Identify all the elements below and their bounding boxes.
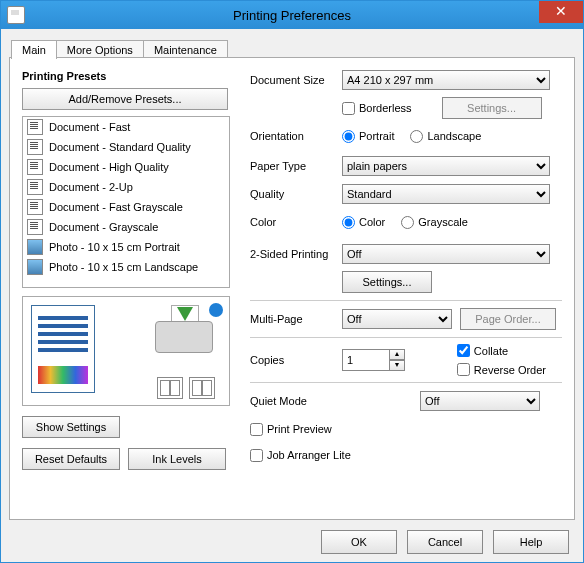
borderless-label: Borderless <box>359 102 412 114</box>
document-icon <box>27 199 43 215</box>
document-icon <box>27 179 43 195</box>
job-arranger-label: Job Arranger Lite <box>267 449 351 461</box>
preset-item[interactable]: Document - Grayscale <box>23 217 229 237</box>
nup-icon <box>189 377 215 399</box>
document-thumbnail-icon <box>31 305 95 393</box>
copies-input[interactable] <box>342 349 390 371</box>
borderless-settings-button: Settings... <box>442 97 542 119</box>
left-column: Printing Presets Add/Remove Presets... D… <box>22 68 236 509</box>
titlebar: Printing Preferences ✕ <box>1 1 583 29</box>
divider <box>250 300 562 301</box>
quality-select[interactable]: Standard <box>342 184 550 204</box>
document-icon <box>27 159 43 175</box>
reset-defaults-button[interactable]: Reset Defaults <box>22 448 120 470</box>
color-label: Color <box>250 216 342 228</box>
document-size-select[interactable]: A4 210 x 297 mm <box>342 70 550 90</box>
preset-label: Photo - 10 x 15 cm Landscape <box>49 261 198 273</box>
orientation-landscape-radio[interactable]: Landscape <box>410 130 481 143</box>
show-settings-button[interactable]: Show Settings <box>22 416 120 438</box>
photo-icon <box>27 239 43 255</box>
divider <box>250 337 562 338</box>
close-button[interactable]: ✕ <box>539 1 583 23</box>
orientation-label: Orientation <box>250 130 342 142</box>
print-preview-checkbox[interactable]: Print Preview <box>250 423 332 436</box>
collate-checkbox[interactable]: Collate <box>457 344 546 357</box>
orientation-portrait-radio[interactable]: Portrait <box>342 130 394 143</box>
preset-label: Document - 2-Up <box>49 181 133 193</box>
preset-list[interactable]: Document - Fast Document - Standard Qual… <box>22 116 230 288</box>
reverse-order-checkbox[interactable]: Reverse Order <box>457 363 546 376</box>
ok-button[interactable]: OK <box>321 530 397 554</box>
preset-label: Photo - 10 x 15 cm Portrait <box>49 241 180 253</box>
quality-label: Quality <box>250 188 342 200</box>
cancel-button[interactable]: Cancel <box>407 530 483 554</box>
preset-label: Document - High Quality <box>49 161 169 173</box>
borderless-checkbox[interactable]: Borderless <box>342 102 412 115</box>
copies-label: Copies <box>250 354 342 366</box>
printer-thumbnail-icon <box>149 305 219 357</box>
page-order-button: Page Order... <box>460 308 556 330</box>
multi-page-select[interactable]: Off <box>342 309 452 329</box>
right-column: Document Size A4 210 x 297 mm Borderless… <box>250 68 562 509</box>
preset-item[interactable]: Photo - 10 x 15 cm Landscape <box>23 257 229 277</box>
document-icon <box>27 139 43 155</box>
paper-type-label: Paper Type <box>250 160 342 172</box>
add-remove-presets-button[interactable]: Add/Remove Presets... <box>22 88 228 110</box>
two-sided-settings-button[interactable]: Settings... <box>342 271 432 293</box>
reverse-order-label: Reverse Order <box>474 364 546 376</box>
color-option-label: Color <box>359 216 385 228</box>
window-title: Printing Preferences <box>1 8 583 23</box>
copies-spin-down[interactable]: ▼ <box>389 360 405 371</box>
photo-icon <box>27 259 43 275</box>
help-button[interactable]: Help <box>493 530 569 554</box>
dialog-footer: OK Cancel Help <box>1 522 583 562</box>
client-area: Main More Options Maintenance Printing P… <box>1 29 583 562</box>
paper-type-select[interactable]: plain papers <box>342 156 550 176</box>
preset-label: Document - Grayscale <box>49 221 158 233</box>
quiet-mode-select[interactable]: Off <box>420 391 540 411</box>
preview-box <box>22 296 230 406</box>
preset-item[interactable]: Document - 2-Up <box>23 177 229 197</box>
grayscale-option-label: Grayscale <box>418 216 468 228</box>
two-sided-select[interactable]: Off <box>342 244 550 264</box>
landscape-label: Landscape <box>427 130 481 142</box>
tab-main[interactable]: Main <box>11 40 57 59</box>
preset-item[interactable]: Document - Standard Quality <box>23 137 229 157</box>
printing-presets-heading: Printing Presets <box>22 70 236 82</box>
preset-label: Document - Standard Quality <box>49 141 191 153</box>
ink-levels-button[interactable]: Ink Levels <box>128 448 226 470</box>
nup-icon <box>157 377 183 399</box>
preset-item[interactable]: Document - High Quality <box>23 157 229 177</box>
copies-spin-up[interactable]: ▲ <box>389 349 405 360</box>
preset-item[interactable]: Document - Fast Grayscale <box>23 197 229 217</box>
portrait-label: Portrait <box>359 130 394 142</box>
tab-panel-main: Printing Presets Add/Remove Presets... D… <box>9 57 575 520</box>
multi-page-label: Multi-Page <box>250 313 342 325</box>
preset-label: Document - Fast Grayscale <box>49 201 183 213</box>
nup-icon-group <box>157 377 215 399</box>
document-icon <box>27 119 43 135</box>
preset-item[interactable]: Document - Fast <box>23 117 229 137</box>
preset-label: Document - Fast <box>49 121 130 133</box>
printing-preferences-window: Printing Preferences ✕ Main More Options… <box>0 0 584 563</box>
preset-item[interactable]: Photo - 10 x 15 cm Portrait <box>23 237 229 257</box>
color-color-radio[interactable]: Color <box>342 216 385 229</box>
print-preview-label: Print Preview <box>267 423 332 435</box>
document-size-label: Document Size <box>250 74 342 86</box>
job-arranger-checkbox[interactable]: Job Arranger Lite <box>250 449 351 462</box>
quiet-mode-label: Quiet Mode <box>250 395 420 407</box>
divider <box>250 382 562 383</box>
two-sided-label: 2-Sided Printing <box>250 248 342 260</box>
collate-label: Collate <box>474 345 508 357</box>
color-grayscale-radio[interactable]: Grayscale <box>401 216 468 229</box>
document-icon <box>27 219 43 235</box>
tabstrip: Main More Options Maintenance <box>11 37 581 59</box>
